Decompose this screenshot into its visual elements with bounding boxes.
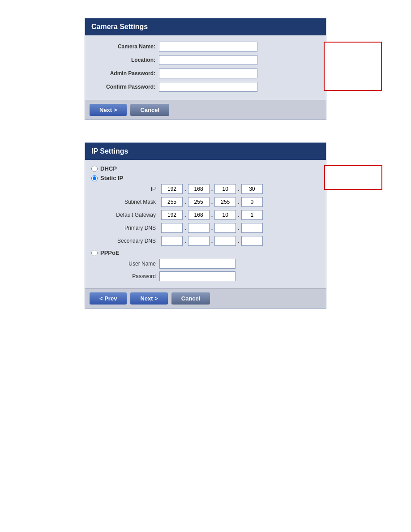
pppoe-password-label: Password [101, 273, 159, 279]
ip-octet-3[interactable] [241, 184, 263, 194]
static-ip-label: Static IP [100, 175, 123, 181]
camera-settings-panel: Camera Settings Camera Name: Location: A… [85, 18, 326, 120]
location-row: Location: [90, 55, 321, 65]
subnet-octet-2[interactable] [214, 197, 236, 207]
gateway-row: Default Gateway . . . [101, 210, 320, 220]
pppoe-password-input[interactable] [159, 271, 235, 281]
camera-name-input[interactable] [159, 42, 257, 51]
pppoe-password-row: Password [101, 271, 320, 281]
ip-octet-1[interactable] [188, 184, 210, 194]
pppoe-username-row: User Name [101, 259, 320, 269]
sdns-octet-0[interactable] [161, 236, 183, 246]
dhcp-radio[interactable] [91, 166, 98, 172]
ip-next-button[interactable]: Next > [130, 292, 167, 305]
pppoe-label: PPPoE [100, 249, 120, 256]
pdns-octet-3[interactable] [241, 223, 263, 233]
dhcp-row[interactable]: DHCP [91, 165, 320, 172]
annotation-box-ip [324, 165, 382, 190]
annotation-box-camera [324, 42, 382, 91]
pppoe-section: PPPoE User Name Password [91, 249, 320, 281]
gateway-octet-0[interactable] [161, 210, 183, 220]
subnet-octet-0[interactable] [161, 197, 183, 207]
confirm-password-label: Confirm Password: [90, 84, 159, 90]
ip-prev-button[interactable]: < Prev [90, 292, 127, 305]
admin-password-input[interactable] [159, 69, 257, 78]
pppoe-radio[interactable] [91, 250, 98, 256]
camera-settings-title: Camera Settings [85, 18, 326, 35]
camera-name-row: Camera Name: [90, 42, 321, 51]
ip-settings-btn-row: < Prev Next > Cancel [85, 288, 326, 308]
pdns-octet-0[interactable] [161, 223, 183, 233]
ip-settings-panel: IP Settings DHCP Static IP IP . [85, 142, 326, 309]
camera-name-label: Camera Name: [90, 43, 159, 50]
subnet-octet-1[interactable] [188, 197, 210, 207]
gateway-octet-1[interactable] [188, 210, 210, 220]
secondary-dns-label: Secondary DNS [101, 238, 159, 244]
pppoe-username-label: User Name [101, 261, 159, 267]
confirm-password-row: Confirm Password: [90, 82, 321, 92]
confirm-password-input[interactable] [159, 82, 257, 92]
subnet-row: Subnet Mask . . . [101, 197, 320, 207]
gateway-octet-3[interactable] [241, 210, 263, 220]
location-input[interactable] [159, 55, 257, 65]
admin-password-row: Admin Password: [90, 69, 321, 78]
ip-settings-title: IP Settings [85, 143, 326, 160]
pppoe-username-input[interactable] [159, 259, 235, 269]
ip-octet-0[interactable] [161, 184, 183, 194]
sdns-octet-2[interactable] [214, 236, 236, 246]
gateway-octet-2[interactable] [214, 210, 236, 220]
ip-row: IP . . . [101, 184, 320, 194]
ip-octet-2[interactable] [214, 184, 236, 194]
pppoe-row[interactable]: PPPoE [91, 249, 320, 256]
primary-dns-row: Primary DNS . . . [101, 223, 320, 233]
admin-password-label: Admin Password: [90, 70, 159, 77]
subnet-octet-3[interactable] [241, 197, 263, 207]
dhcp-label: DHCP [100, 165, 117, 172]
pdns-octet-1[interactable] [188, 223, 210, 233]
camera-next-button[interactable]: Next > [90, 104, 127, 116]
gateway-label: Default Gateway [101, 212, 159, 218]
camera-settings-btn-row: Next > Cancel [85, 100, 326, 120]
ip-label: IP [101, 186, 159, 192]
primary-dns-label: Primary DNS [101, 225, 159, 231]
secondary-dns-row: Secondary DNS . . . [101, 236, 320, 246]
static-ip-row[interactable]: Static IP [91, 175, 320, 181]
static-ip-fields: IP . . . Subnet Mask . . [101, 184, 320, 246]
camera-cancel-button[interactable]: Cancel [130, 104, 169, 116]
subnet-label: Subnet Mask [101, 199, 159, 205]
pdns-octet-2[interactable] [214, 223, 236, 233]
sdns-octet-3[interactable] [241, 236, 263, 246]
static-ip-radio[interactable] [91, 175, 98, 181]
sdns-octet-1[interactable] [188, 236, 210, 246]
ip-cancel-button[interactable]: Cancel [171, 292, 210, 305]
location-label: Location: [90, 57, 159, 63]
